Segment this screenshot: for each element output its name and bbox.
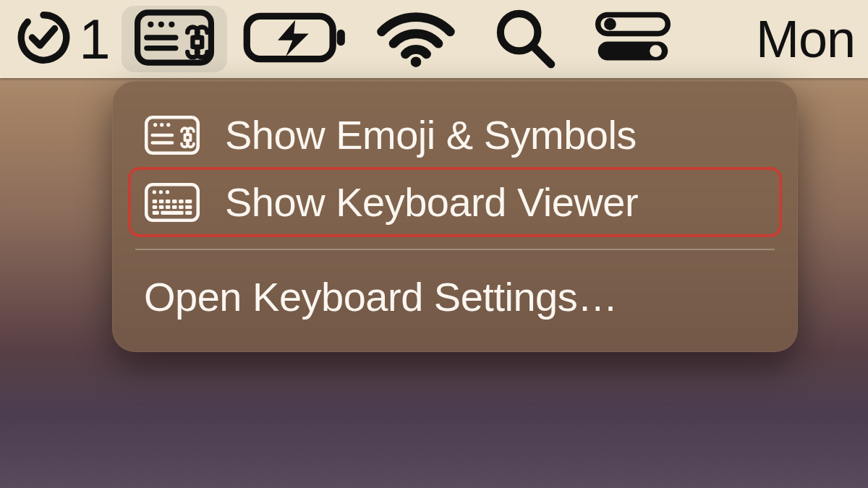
svg-rect-28 <box>172 200 177 203</box>
todo-count: 1 <box>79 7 110 72</box>
svg-rect-29 <box>179 200 184 203</box>
menubar-input-menu[interactable] <box>122 6 227 72</box>
menu-item-keyboard-settings[interactable]: Open Keyboard Settings… <box>129 263 780 330</box>
menu-item-label: Show Emoji & Symbols <box>225 111 637 158</box>
svg-point-3 <box>169 22 174 27</box>
search-icon <box>491 4 558 74</box>
input-menu-dropdown: Show Emoji & Symbols <box>112 81 798 352</box>
svg-point-17 <box>160 123 163 127</box>
svg-rect-27 <box>166 200 171 203</box>
svg-point-14 <box>650 45 662 57</box>
menu-item-keyboard-viewer[interactable]: Show Keyboard Viewer <box>129 168 780 236</box>
svg-rect-32 <box>159 205 164 208</box>
svg-rect-35 <box>179 205 184 208</box>
menu-separator <box>135 249 775 250</box>
svg-point-2 <box>158 22 164 27</box>
svg-rect-33 <box>166 205 171 208</box>
menu-item-label: Show Keyboard Viewer <box>225 179 638 226</box>
svg-point-1 <box>148 22 153 27</box>
svg-point-23 <box>159 190 163 194</box>
svg-rect-39 <box>185 210 192 214</box>
svg-rect-34 <box>172 205 177 208</box>
svg-rect-7 <box>337 30 345 46</box>
menu-item-emoji-symbols[interactable]: Show Emoji & Symbols <box>129 101 780 168</box>
battery-charging-icon <box>242 9 351 69</box>
wifi-icon <box>373 8 459 70</box>
svg-point-8 <box>411 56 422 67</box>
keyboard-viewer-icon <box>144 181 200 224</box>
svg-line-10 <box>534 47 551 64</box>
menubar: 1 <box>0 0 868 78</box>
svg-rect-30 <box>185 200 192 203</box>
menubar-clock-day[interactable]: Mon <box>752 0 861 78</box>
svg-rect-31 <box>153 205 158 208</box>
todo-check-icon <box>15 9 72 69</box>
menubar-search[interactable] <box>470 0 579 78</box>
menubar-wifi[interactable] <box>362 0 470 78</box>
svg-rect-26 <box>159 200 164 203</box>
menubar-control-center[interactable] <box>579 0 687 78</box>
svg-rect-36 <box>185 205 192 208</box>
svg-point-24 <box>166 190 169 194</box>
menu-item-label: Open Keyboard Settings… <box>144 273 618 320</box>
character-viewer-icon <box>144 114 200 157</box>
svg-rect-37 <box>153 210 159 214</box>
svg-point-16 <box>153 123 157 127</box>
svg-point-12 <box>604 18 616 30</box>
input-menu-icon <box>135 9 214 69</box>
svg-rect-38 <box>161 210 183 214</box>
menubar-battery[interactable] <box>231 0 362 78</box>
desktop-background: 1 <box>0 0 868 488</box>
menubar-todo[interactable]: 1 <box>4 0 117 78</box>
control-center-icon <box>592 9 673 69</box>
svg-rect-25 <box>153 200 158 203</box>
svg-point-22 <box>153 190 156 194</box>
svg-point-18 <box>166 123 170 127</box>
